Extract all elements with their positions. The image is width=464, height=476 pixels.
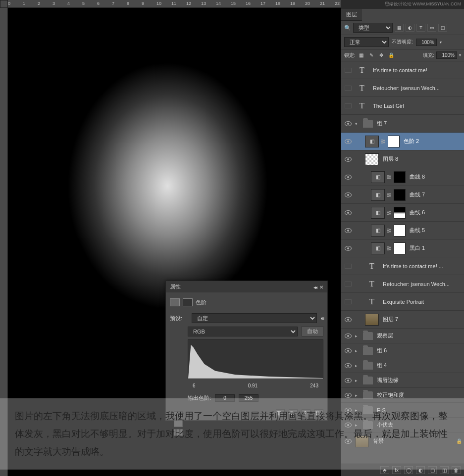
layer-thumb[interactable]: [365, 314, 379, 326]
layer-name[interactable]: The Last Girl: [371, 103, 462, 109]
properties-header[interactable]: 属性 ◂◂ ✕: [166, 281, 327, 292]
eye-off-icon[interactable]: [345, 264, 352, 269]
eye-off-icon[interactable]: [345, 68, 352, 73]
eye-icon[interactable]: [345, 228, 352, 233]
layer-name[interactable]: 色阶 2: [402, 138, 462, 145]
eye-off-icon[interactable]: [345, 299, 352, 304]
visibility-toggle[interactable]: [343, 175, 353, 180]
filter-pixel-icon[interactable]: ▦: [395, 24, 404, 32]
layer-row[interactable]: TThe Last Girl: [341, 97, 464, 115]
visibility-toggle[interactable]: [343, 103, 353, 108]
visibility-toggle[interactable]: [343, 333, 353, 338]
layer-row[interactable]: TRetoucher: jsensun Wech...: [341, 275, 464, 293]
layer-name[interactable]: 曲线 6: [408, 209, 462, 216]
adjustment-thumb[interactable]: ◧: [371, 189, 385, 201]
layer-row[interactable]: 图层 7: [341, 311, 464, 329]
layer-name[interactable]: 嘴唇边缘: [375, 377, 462, 384]
chevron-down-icon[interactable]: ▾: [459, 53, 461, 57]
layer-name[interactable]: Retoucher: jsensun Wech...: [381, 281, 462, 287]
visibility-toggle[interactable]: [343, 299, 353, 304]
input-highlights[interactable]: 243: [310, 383, 318, 388]
layers-tab[interactable]: 图层: [341, 9, 362, 21]
layer-mask-thumb[interactable]: [394, 225, 406, 237]
filter-shape-icon[interactable]: ▭: [427, 24, 436, 32]
lock-move-icon[interactable]: ✥: [377, 52, 385, 59]
layer-row[interactable]: ▸组 6: [341, 343, 464, 358]
eye-icon[interactable]: [345, 246, 352, 251]
opacity-input[interactable]: [416, 39, 437, 46]
eye-icon[interactable]: [345, 210, 352, 215]
eye-icon[interactable]: [345, 317, 352, 322]
filter-adjust-icon[interactable]: ◐: [406, 24, 414, 32]
layer-name[interactable]: 黑白 1: [408, 244, 462, 252]
eye-icon[interactable]: [345, 363, 352, 368]
layer-row[interactable]: TRetoucher: jsensun Wech...: [341, 79, 464, 97]
eye-icon[interactable]: [345, 157, 352, 162]
layer-mask-thumb[interactable]: [394, 171, 406, 183]
visibility-toggle[interactable]: [343, 246, 353, 251]
chevron-down-icon[interactable]: ▾: [440, 40, 442, 45]
link-icon[interactable]: ⛓: [387, 228, 392, 233]
layer-name[interactable]: It's time to contact me! ...: [381, 263, 462, 269]
layer-mask-thumb[interactable]: [394, 189, 406, 201]
collapse-icon[interactable]: ◂◂: [313, 285, 316, 290]
layer-mask-thumb[interactable]: [394, 207, 406, 219]
layer-row[interactable]: TIt's time to contact me! ...: [341, 257, 464, 275]
eye-icon[interactable]: [345, 139, 352, 144]
auto-button[interactable]: 自动: [302, 326, 323, 336]
layer-name[interactable]: Retoucher: jsensun Wech...: [371, 85, 462, 91]
preset-select[interactable]: 自定: [192, 313, 317, 323]
layer-name[interactable]: 组 4: [375, 362, 462, 369]
layer-mask-thumb[interactable]: [388, 136, 400, 147]
layer-row[interactable]: TIt's time to contact me!: [341, 61, 464, 79]
expand-arrow-icon[interactable]: ▸: [355, 333, 361, 338]
layer-name[interactable]: 曲线 7: [408, 191, 462, 198]
lock-all-icon[interactable]: 🔒: [387, 52, 395, 59]
layer-row[interactable]: ◧⛓黑白 1: [341, 239, 464, 257]
eye-icon[interactable]: [345, 348, 352, 353]
histogram[interactable]: [188, 339, 323, 379]
layer-row[interactable]: ▾组 7: [341, 115, 464, 133]
adjustment-thumb[interactable]: ◧: [371, 242, 385, 254]
visibility-toggle[interactable]: [343, 139, 353, 144]
eye-off-icon[interactable]: [345, 86, 352, 91]
adjustment-thumb[interactable]: ◧: [371, 207, 385, 219]
layer-name[interactable]: 图层 7: [381, 316, 462, 323]
mask-mode-icon[interactable]: [183, 298, 193, 306]
blend-mode-select[interactable]: 正常: [344, 37, 389, 47]
visibility-toggle[interactable]: [343, 282, 353, 286]
visibility-toggle[interactable]: [343, 86, 353, 91]
eye-icon[interactable]: [345, 333, 352, 338]
expand-arrow-icon[interactable]: ▾: [355, 121, 361, 126]
expand-arrow-icon[interactable]: ▸: [355, 393, 361, 398]
menu-icon[interactable]: ▪≡: [321, 316, 323, 321]
visibility-toggle[interactable]: [343, 210, 353, 215]
layer-row[interactable]: ▸观察层: [341, 329, 464, 343]
input-shadows[interactable]: 6: [193, 383, 196, 388]
visibility-toggle[interactable]: [343, 348, 353, 353]
layer-row[interactable]: ▸嘴唇边缘: [341, 373, 464, 388]
layer-name[interactable]: It's time to contact me!: [371, 67, 462, 73]
visibility-toggle[interactable]: [343, 363, 353, 368]
layer-name[interactable]: 曲线 5: [408, 227, 462, 234]
expand-arrow-icon[interactable]: ▸: [355, 348, 361, 353]
link-icon[interactable]: ⛓: [387, 246, 392, 251]
eye-icon[interactable]: [345, 192, 352, 197]
filter-text-icon[interactable]: T: [416, 24, 425, 32]
link-icon[interactable]: ⛓: [381, 139, 386, 144]
visibility-toggle[interactable]: [343, 157, 353, 162]
visibility-toggle[interactable]: [343, 317, 353, 322]
expand-arrow-icon[interactable]: ▸: [355, 363, 361, 368]
layer-name[interactable]: 图层 8: [381, 155, 462, 163]
eye-icon[interactable]: [345, 121, 352, 126]
visibility-toggle[interactable]: [343, 192, 353, 197]
visibility-toggle[interactable]: [343, 228, 353, 233]
adjustment-thumb[interactable]: ◧: [365, 136, 379, 147]
visibility-toggle[interactable]: [343, 378, 353, 383]
filter-smart-icon[interactable]: ◫: [438, 24, 447, 32]
link-icon[interactable]: ⛓: [387, 210, 392, 215]
eye-off-icon[interactable]: [345, 103, 352, 108]
layer-name[interactable]: 组 7: [375, 120, 462, 127]
filter-type-select[interactable]: 类型: [353, 23, 393, 33]
visibility-toggle[interactable]: [343, 264, 353, 269]
